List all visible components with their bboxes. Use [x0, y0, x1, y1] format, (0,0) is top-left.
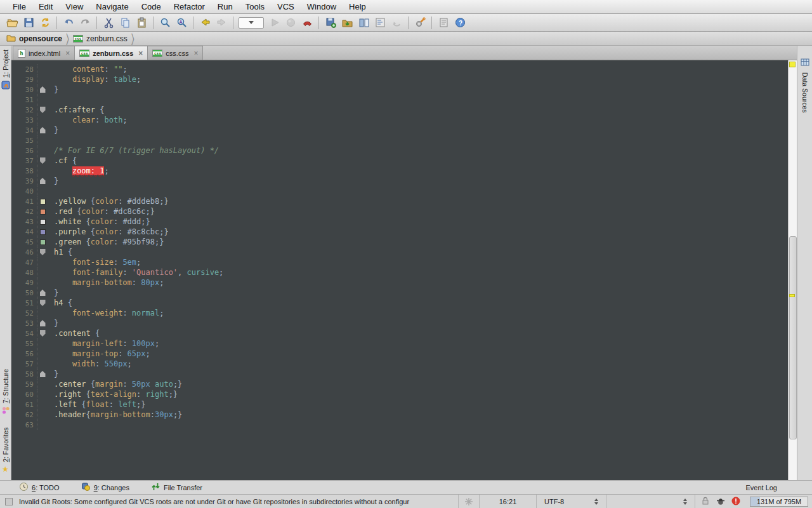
code-line[interactable]: 41.yellow {color: #dddeb8;} — [11, 196, 788, 206]
line-number[interactable]: 63 — [11, 421, 37, 429]
compare-icon[interactable] — [355, 15, 372, 30]
menu-help[interactable]: Help — [343, 0, 372, 13]
line-number[interactable]: 48 — [11, 269, 37, 277]
code-line[interactable]: 45.green {color: #95bf98;} — [11, 237, 788, 247]
code-text[interactable]: .purple {color: #8c8cbc;} — [48, 227, 788, 236]
tab-close-icon[interactable]: × — [138, 49, 143, 58]
line-number[interactable]: 52 — [11, 309, 37, 318]
synchronize-icon[interactable] — [37, 15, 53, 30]
menu-file[interactable]: File — [6, 0, 32, 13]
scrollbar-thumb[interactable] — [789, 236, 797, 439]
toolwindow-button-todo[interactable]: 6: TODO — [19, 482, 60, 493]
code-line[interactable]: 61.left {float: left;} — [11, 399, 788, 410]
line-number[interactable]: 49 — [11, 279, 37, 287]
code-line[interactable]: 39} — [11, 176, 788, 186]
code-text[interactable]: .cf { — [48, 156, 788, 165]
line-number[interactable]: 55 — [11, 340, 37, 348]
code-text[interactable]: content: ""; — [48, 65, 788, 74]
line-number[interactable]: 50 — [11, 289, 37, 297]
line-number[interactable]: 33 — [11, 116, 37, 124]
vcs-widget[interactable] — [606, 495, 695, 508]
update-project-icon[interactable] — [339, 15, 355, 30]
code-text[interactable]: margin-top: 65px; — [48, 349, 788, 358]
code-text[interactable]: .cf:after { — [48, 105, 788, 114]
toolwindow-button-file-transfer[interactable]: File Transfer — [151, 482, 202, 493]
paste-icon[interactable] — [133, 15, 150, 30]
code-text[interactable]: .header{margin-bottom:30px;} — [48, 410, 788, 419]
code-text[interactable]: .red {color: #dc8c6c;} — [48, 207, 788, 216]
fold-marker-icon[interactable] — [40, 178, 46, 184]
line-number[interactable]: 32 — [11, 106, 37, 114]
line-number[interactable]: 59 — [11, 380, 37, 389]
code-line[interactable]: 52 font-weight: normal; — [11, 308, 788, 318]
fold-marker-icon[interactable] — [40, 300, 46, 306]
replace-icon[interactable]: A — [173, 15, 190, 30]
code-text[interactable]: } — [48, 288, 788, 297]
menu-run[interactable]: Run — [211, 0, 239, 13]
code-line[interactable]: 46h1 { — [11, 247, 788, 257]
fold-marker-icon[interactable] — [40, 127, 46, 133]
code-text[interactable]: /* For IE 6/7 (trigger hasLayout) */ — [48, 146, 788, 155]
code-line[interactable]: 54.content { — [11, 328, 788, 338]
commit-icon[interactable] — [322, 15, 339, 30]
line-number[interactable]: 39 — [11, 177, 37, 185]
fold-marker-icon[interactable] — [40, 320, 46, 326]
code-text[interactable]: .white {color: #ddd;} — [48, 217, 788, 226]
code-text[interactable]: font-size: 5em; — [48, 258, 788, 267]
code-line[interactable]: 57 width: 550px; — [11, 359, 788, 369]
notification-error-icon[interactable] — [731, 496, 741, 507]
breadcrumb-item-zenburn.css[interactable]: csszenburn.css — [72, 34, 129, 43]
code-line[interactable]: 29 display: table; — [11, 74, 788, 84]
line-number[interactable]: 35 — [11, 137, 37, 145]
run-icon[interactable] — [266, 15, 282, 30]
code-line[interactable]: 63 — [11, 420, 788, 430]
breadcrumb-item-opensource[interactable]: opensource — [5, 34, 63, 44]
menu-code[interactable]: Code — [135, 0, 167, 13]
code-text[interactable]: margin-bottom: 80px; — [48, 278, 788, 287]
code-line[interactable]: 32.cf:after { — [11, 105, 788, 115]
line-number[interactable]: 37 — [11, 157, 37, 165]
code-line[interactable]: 56 margin-top: 65px; — [11, 349, 788, 359]
code-line[interactable]: 30} — [11, 84, 788, 95]
memory-indicator[interactable]: 131M of 795M — [750, 497, 808, 507]
code-line[interactable]: 28 content: ""; — [11, 64, 788, 74]
line-number[interactable]: 47 — [11, 258, 37, 267]
line-number[interactable]: 36 — [11, 147, 37, 155]
code-text[interactable]: .green {color: #95bf98;} — [48, 237, 788, 246]
code-line[interactable]: 49 margin-bottom: 80px; — [11, 277, 788, 288]
code-line[interactable]: 59.center {margin: 50px auto;} — [11, 379, 788, 389]
menu-tools[interactable]: Tools — [239, 0, 271, 13]
line-number[interactable]: 42 — [11, 208, 37, 216]
menu-edit[interactable]: Edit — [32, 0, 59, 13]
color-swatch[interactable] — [40, 239, 46, 245]
error-stripe[interactable] — [788, 60, 797, 480]
line-number[interactable]: 62 — [11, 411, 37, 419]
fold-marker-icon[interactable] — [40, 107, 46, 113]
line-number[interactable]: 61 — [11, 401, 37, 409]
line-number[interactable]: 41 — [11, 197, 37, 206]
color-swatch[interactable] — [40, 219, 46, 225]
line-number[interactable]: 34 — [11, 126, 37, 135]
tool-stripe-favorites[interactable]: 2: Favorites★ — [2, 427, 10, 476]
undo-icon[interactable] — [60, 15, 77, 30]
redo-icon[interactable] — [77, 15, 93, 30]
menu-refactor[interactable]: Refactor — [167, 0, 211, 13]
tab-zenburn.css[interactable]: csszenburn.css× — [74, 46, 148, 60]
line-number[interactable]: 60 — [11, 391, 37, 399]
hector-inspector-icon[interactable] — [716, 496, 726, 507]
code-text[interactable]: } — [48, 177, 788, 185]
code-text[interactable]: } — [48, 319, 788, 328]
project-structure-icon[interactable] — [435, 15, 452, 30]
code-text[interactable]: .yellow {color: #dddeb8;} — [48, 197, 788, 206]
code-line[interactable]: 53} — [11, 318, 788, 328]
warning-stripe-mark[interactable] — [789, 294, 795, 297]
toolwindow-button-changes[interactable]: 9: Changes — [81, 482, 129, 493]
toggle-stripes-button[interactable] — [5, 498, 13, 505]
code-text[interactable]: clear: both; — [48, 116, 788, 124]
code-line[interactable]: 38 zoom: 1; — [11, 166, 788, 176]
fold-marker-icon[interactable] — [40, 157, 46, 164]
find-icon[interactable] — [157, 15, 173, 30]
code-text[interactable]: font-weight: normal; — [48, 309, 788, 318]
tab-close-icon[interactable]: × — [65, 49, 70, 58]
fold-marker-icon[interactable] — [40, 330, 46, 337]
